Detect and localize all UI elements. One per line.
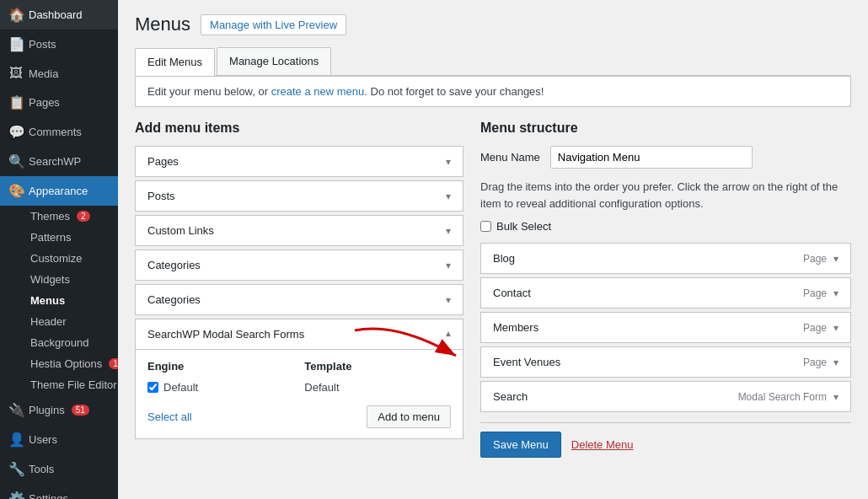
accordion-header-custom-links[interactable]: Custom Links ▾ bbox=[136, 216, 463, 245]
searchwp-template-cell: Default bbox=[304, 378, 451, 397]
template-col-header: Template bbox=[304, 360, 451, 378]
sidebar-item-widgets[interactable]: Widgets bbox=[22, 269, 118, 290]
sidebar-item-appearance[interactable]: 🎨 Appearance bbox=[0, 176, 118, 206]
tab-manage-locations[interactable]: Manage Locations bbox=[217, 47, 331, 75]
appearance-submenu: Themes 2 Patterns Customize Widgets Menu… bbox=[0, 206, 118, 395]
chevron-down-icon[interactable]: ▾ bbox=[833, 357, 839, 368]
add-menu-panel: Add menu items Pages ▾ Posts ▾ Custom Li… bbox=[135, 121, 463, 443]
accordion-pages: Pages ▾ bbox=[135, 146, 463, 177]
chevron-down-icon: ▾ bbox=[446, 190, 451, 202]
accordion-searchwp: SearchWP Modal Search Forms ▾ Engine Tem… bbox=[135, 319, 463, 439]
menu-item-contact: Contact Page ▾ bbox=[480, 277, 851, 309]
chevron-down-icon: ▾ bbox=[446, 225, 451, 237]
accordion-header-categories2[interactable]: Categories ▾ bbox=[136, 285, 463, 314]
menu-items-container: Blog Page ▾ Contact Page ▾ Members bbox=[480, 243, 851, 412]
chevron-down-icon: ▾ bbox=[446, 294, 451, 306]
chevron-up-icon: ▾ bbox=[446, 329, 451, 341]
media-icon: 🖼 bbox=[8, 66, 24, 81]
menu-item-members: Members Page ▾ bbox=[480, 312, 851, 343]
accordion-custom-links: Custom Links ▾ bbox=[135, 215, 463, 246]
accordion-header-pages[interactable]: Pages ▾ bbox=[136, 147, 463, 176]
chevron-down-icon[interactable]: ▾ bbox=[833, 253, 839, 265]
add-menu-title: Add menu items bbox=[135, 121, 463, 136]
accordion-header-searchwp[interactable]: SearchWP Modal Search Forms ▾ bbox=[136, 319, 463, 349]
engine-col-header: Engine bbox=[147, 360, 304, 378]
tabs: Edit Menus Manage Locations bbox=[135, 47, 851, 76]
sidebar-item-media[interactable]: 🖼 Media bbox=[0, 59, 118, 88]
tab-edit-menus[interactable]: Edit Menus bbox=[135, 48, 215, 76]
searchwp-row: Default Default bbox=[147, 378, 451, 397]
accordion-header-categories1[interactable]: Categories ▾ bbox=[136, 250, 463, 280]
page-title: Menus bbox=[135, 13, 190, 35]
add-to-menu-button[interactable]: Add to menu bbox=[367, 405, 451, 428]
chevron-down-icon: ▾ bbox=[446, 156, 451, 168]
sidebar-item-hestia-options[interactable]: Hestia Options 1 bbox=[22, 353, 118, 374]
bulk-select-label: Bulk Select bbox=[496, 220, 551, 233]
chevron-down-icon[interactable]: ▾ bbox=[833, 287, 839, 299]
two-column-layout: Add menu items Pages ▾ Posts ▾ Custom Li… bbox=[135, 121, 851, 458]
searchwp-accordion-body: Engine Template Default bbox=[136, 349, 463, 438]
sidebar-item-patterns[interactable]: Patterns bbox=[22, 227, 118, 248]
searchwp-icon: 🔍 bbox=[8, 153, 24, 169]
accordion-categories1: Categories ▾ bbox=[135, 250, 463, 281]
create-new-menu-link[interactable]: create a new menu bbox=[271, 85, 365, 98]
menu-item-blog: Blog Page ▾ bbox=[480, 243, 851, 274]
sidebar-item-settings[interactable]: ⚙️ Settings bbox=[0, 484, 118, 499]
sidebar-item-plugins[interactable]: 🔌 Plugins 51 bbox=[0, 395, 118, 425]
sidebar-item-themes[interactable]: Themes 2 bbox=[22, 206, 118, 227]
menu-structure-panel: Menu structure Menu Name Drag the items … bbox=[480, 121, 851, 458]
chevron-down-icon[interactable]: ▾ bbox=[833, 322, 839, 334]
searchwp-checkbox[interactable] bbox=[147, 382, 158, 393]
plugins-icon: 🔌 bbox=[8, 402, 24, 418]
sidebar-item-tools[interactable]: 🔧 Tools bbox=[0, 454, 118, 484]
bulk-select-checkbox[interactable] bbox=[480, 221, 491, 232]
sidebar-item-header[interactable]: Header bbox=[22, 311, 118, 332]
sidebar-item-dashboard[interactable]: 🏠 Dashboard bbox=[0, 0, 118, 30]
users-icon: 👤 bbox=[8, 432, 24, 448]
menu-item-search: Search Modal Search Form ▾ bbox=[480, 381, 851, 412]
sidebar-item-searchwp[interactable]: 🔍 SearchWP bbox=[0, 147, 118, 176]
accordion-header-posts[interactable]: Posts ▾ bbox=[136, 181, 463, 211]
sidebar-item-menus[interactable]: Menus bbox=[22, 290, 118, 311]
sidebar-item-theme-file-editor[interactable]: Theme File Editor bbox=[22, 374, 118, 395]
info-bar: Edit your menu below, or create a new me… bbox=[135, 76, 851, 107]
page-header: Menus Manage with Live Preview bbox=[135, 13, 851, 35]
menu-name-label: Menu Name bbox=[480, 151, 540, 164]
drag-hint: Drag the items into the order you prefer… bbox=[480, 179, 851, 212]
sidebar-item-comments[interactable]: 💬 Comments bbox=[0, 117, 118, 147]
sidebar-item-posts[interactable]: 📄 Posts bbox=[0, 30, 118, 59]
sidebar-item-background[interactable]: Background bbox=[22, 332, 118, 353]
menu-name-input[interactable] bbox=[550, 146, 753, 169]
posts-icon: 📄 bbox=[8, 36, 24, 52]
menu-name-row: Menu Name bbox=[480, 146, 851, 169]
tools-icon: 🔧 bbox=[8, 461, 24, 477]
sidebar: 🏠 Dashboard 📄 Posts 🖼 Media 📋 Pages 💬 Co… bbox=[0, 0, 118, 499]
save-menu-button[interactable]: Save Menu bbox=[480, 432, 561, 458]
chevron-down-icon[interactable]: ▾ bbox=[833, 391, 839, 403]
pages-icon: 📋 bbox=[8, 94, 24, 110]
bottom-bar: Save Menu Delete Menu bbox=[480, 422, 851, 458]
bulk-select-row: Bulk Select bbox=[480, 220, 851, 233]
select-all-link[interactable]: Select all bbox=[147, 410, 192, 423]
sidebar-item-customize[interactable]: Customize bbox=[22, 248, 118, 269]
live-preview-button[interactable]: Manage with Live Preview bbox=[201, 14, 346, 35]
dashboard-icon: 🏠 bbox=[8, 7, 24, 23]
accordion-posts: Posts ▾ bbox=[135, 180, 463, 212]
menu-item-event-venues: Event Venues Page ▾ bbox=[480, 346, 851, 378]
comments-icon: 💬 bbox=[8, 124, 24, 140]
menu-structure-title: Menu structure bbox=[480, 121, 851, 136]
accordion-footer: Select all Add to menu bbox=[147, 405, 451, 428]
chevron-down-icon: ▾ bbox=[446, 260, 451, 271]
delete-menu-button[interactable]: Delete Menu bbox=[571, 438, 634, 451]
sidebar-item-users[interactable]: 👤 Users bbox=[0, 425, 118, 454]
searchwp-engine-cell: Default bbox=[147, 378, 304, 397]
searchwp-table: Engine Template Default bbox=[147, 360, 451, 397]
settings-icon: ⚙️ bbox=[8, 491, 24, 499]
main-content: Menus Manage with Live Preview Edit Menu… bbox=[118, 0, 868, 499]
accordion-categories2: Categories ▾ bbox=[135, 284, 463, 315]
sidebar-item-pages[interactable]: 📋 Pages bbox=[0, 88, 118, 117]
appearance-icon: 🎨 bbox=[8, 183, 24, 199]
